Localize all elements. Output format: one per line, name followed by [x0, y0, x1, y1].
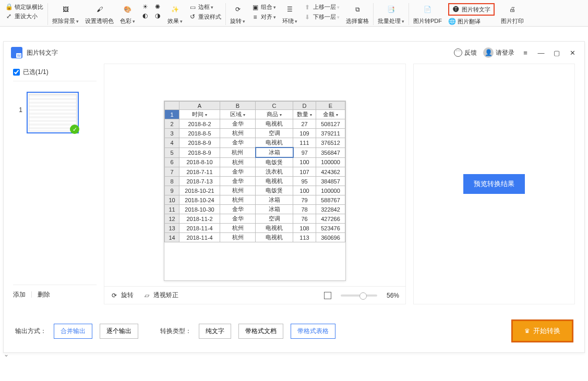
- effects-button[interactable]: ✨ 效果: [164, 3, 186, 25]
- select-all-checkbox[interactable]: [13, 69, 20, 76]
- border-icon: ▭: [189, 4, 196, 11]
- delete-button[interactable]: 删除: [38, 290, 50, 299]
- add-button[interactable]: 添加: [13, 290, 26, 299]
- img-to-pdf-button[interactable]: 📄 图片转PDF: [410, 3, 445, 25]
- lock-ratio-label: 锁定纵横比: [15, 3, 43, 10]
- lock-ratio-toggle[interactable]: 🔒 锁定纵横比: [5, 3, 43, 10]
- align-button[interactable]: ≡ 对齐: [251, 13, 276, 21]
- reset-size-button[interactable]: ⤢ 重设大小: [5, 13, 38, 20]
- brightness-up-icon[interactable]: ☀: [141, 3, 149, 10]
- collapse-footer-icon[interactable]: ⌄: [0, 351, 13, 358]
- translate-button[interactable]: 🌐 图片翻译: [448, 18, 481, 25]
- cell: 电视机: [256, 138, 293, 148]
- batch-button[interactable]: 📑 批量处理: [375, 3, 407, 25]
- close-button[interactable]: ✕: [568, 49, 577, 57]
- minimize-button[interactable]: —: [536, 49, 546, 57]
- remove-bg-button[interactable]: 🖼 抠除背景: [49, 3, 82, 25]
- cell: 523476: [316, 224, 345, 233]
- column-header: 区域: [220, 110, 256, 119]
- cell: 108: [293, 224, 316, 233]
- cell: 113: [293, 233, 316, 242]
- transparent-color-button[interactable]: 🖌 设置透明色: [82, 3, 117, 25]
- cell: 2018-11-4: [179, 233, 220, 242]
- rotate-small-icon: ⟳: [111, 292, 118, 299]
- row-number: 3: [165, 129, 179, 138]
- resize-icon: ⤢: [5, 13, 13, 20]
- color-button[interactable]: 🎨 色彩: [117, 3, 138, 25]
- border-button[interactable]: ▭ 边框: [189, 3, 213, 11]
- column-header: 商品: [256, 110, 293, 119]
- cell: 杭州: [220, 129, 256, 138]
- cell: 金华: [220, 205, 256, 214]
- deskew-label: 透视矫正: [153, 291, 178, 300]
- cell: 杭州: [220, 157, 256, 167]
- row-number: 1: [165, 110, 179, 119]
- feedback-button[interactable]: 反馈: [454, 48, 477, 57]
- rich-doc-button[interactable]: 带格式文档: [238, 324, 283, 339]
- reset-style-button[interactable]: ↺ 重设样式: [189, 13, 221, 20]
- align-label: 对齐: [261, 13, 276, 21]
- col-letter: D: [293, 102, 316, 110]
- start-convert-button[interactable]: ♛ 开始转换: [512, 320, 573, 342]
- deskew-icon: ▱: [143, 292, 150, 299]
- cell: 2018-10-30: [179, 205, 220, 214]
- wrap-button[interactable]: ☰ 环绕: [279, 3, 301, 25]
- cell: 2018-8-10: [179, 157, 220, 167]
- cell: 100: [293, 157, 316, 167]
- cell: 电视机: [256, 177, 293, 186]
- col-letter: A: [179, 102, 220, 110]
- select-pane-button[interactable]: ⧉ 选择窗格: [343, 3, 372, 25]
- login-button[interactable]: 👤 请登录: [483, 47, 514, 58]
- print-label: 图片打印: [501, 17, 524, 25]
- group-button[interactable]: ▣ 组合: [251, 3, 276, 11]
- cell: 97: [293, 148, 316, 157]
- preview-result-button[interactable]: 预览转换结果: [463, 174, 525, 194]
- img-to-text-button[interactable]: 🅣 图片转文字: [448, 3, 495, 16]
- rotate-tool[interactable]: ⟳ 旋转: [111, 291, 134, 300]
- select-pane-label: 选择窗格: [346, 17, 369, 25]
- cell: 冰箱: [256, 195, 293, 205]
- column-header: 时间: [179, 110, 220, 119]
- menu-button[interactable]: ≡: [521, 49, 530, 57]
- merge-output-button[interactable]: 合并输出: [54, 324, 92, 339]
- contrast-down-icon[interactable]: ◑: [154, 12, 161, 19]
- zoom-percent: 56%: [387, 292, 399, 299]
- row-number: 6: [165, 157, 179, 167]
- bring-forward-label: 上移一层: [313, 3, 340, 11]
- cell: 电饭煲: [256, 186, 293, 195]
- cell: 2018-8-5: [179, 129, 220, 138]
- cell: 2018-7-11: [179, 167, 220, 177]
- maximize-button[interactable]: ▢: [552, 49, 561, 57]
- thumbnail[interactable]: ✓: [27, 92, 79, 133]
- cell: 冰箱: [256, 148, 293, 157]
- rotate-button[interactable]: ⟳ 旋转: [227, 3, 248, 25]
- color-icon: 🎨: [122, 3, 134, 16]
- group-icon: ▣: [251, 4, 259, 11]
- row-number: 10: [165, 195, 179, 205]
- send-backward-label: 下移一层: [313, 13, 340, 21]
- convert-type-label: 转换类型：: [160, 327, 191, 336]
- ocr-modal: 图片转文字 反馈 👤 请登录 ≡ — ▢ ✕ 已选(1/1) 1: [3, 41, 585, 353]
- cell: 379211: [316, 129, 345, 138]
- deskew-tool[interactable]: ▱ 透视矫正: [143, 291, 178, 300]
- contrast-up-icon[interactable]: ◐: [141, 12, 149, 19]
- select-all-row[interactable]: 已选(1/1): [13, 64, 97, 81]
- cell: 111: [293, 138, 316, 148]
- cell: 杭州: [220, 224, 256, 233]
- print-button[interactable]: 🖨 图片打印: [498, 3, 527, 25]
- plain-text-button[interactable]: 纯文字: [199, 324, 231, 339]
- brightness-down-icon[interactable]: ✺: [154, 3, 161, 10]
- cell: 360696: [316, 233, 345, 242]
- lock-icon: 🔒: [5, 3, 13, 10]
- fit-ratio-icon[interactable]: [324, 292, 331, 299]
- output-mode-label: 输出方式：: [15, 327, 46, 336]
- img-to-text-label: 图片转文字: [462, 6, 490, 14]
- select-pane-icon: ⧉: [351, 3, 364, 16]
- cell: 100000: [316, 157, 345, 167]
- column-header: 数量: [293, 110, 316, 119]
- zoom-slider[interactable]: [341, 294, 377, 297]
- rich-table-button[interactable]: 带格式表格: [291, 324, 335, 339]
- cell: 27: [293, 119, 316, 129]
- each-output-button[interactable]: 逐个输出: [100, 324, 138, 339]
- cell: 427266: [316, 214, 345, 224]
